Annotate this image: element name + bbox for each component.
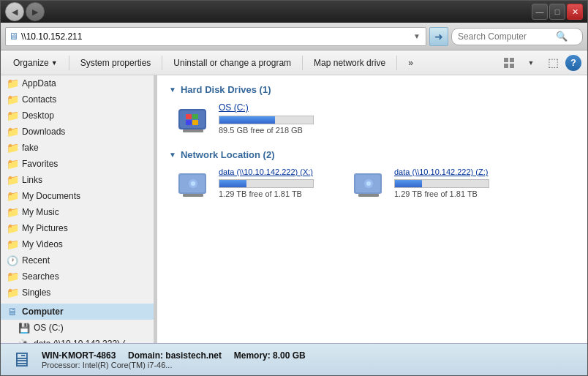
drive-name-data-z[interactable]: data (\\10.10.142.222) (Z:)	[394, 168, 511, 176]
svg-point-14	[191, 181, 195, 186]
computer-icon: 🖥	[7, 306, 18, 317]
toolbar-separator-3	[302, 56, 303, 70]
drive-icon-wrap	[175, 104, 211, 133]
sidebar-item-label: data (\\10.10.142.222) (X:)	[34, 339, 136, 343]
views-button[interactable]	[500, 53, 519, 72]
address-input-wrap: 🖥 ▼	[5, 27, 426, 46]
net-drive-icon-wrap-x	[175, 168, 211, 198]
system-properties-button[interactable]: System properties	[74, 54, 158, 72]
net-drive-icon: 🔌	[18, 338, 30, 343]
hdd-icon	[176, 103, 211, 134]
folder-icon: 📁	[7, 238, 18, 250]
organize-chevron-icon: ▼	[51, 59, 58, 67]
sidebar-item-searches[interactable]: 📁 Searches	[1, 268, 154, 285]
toolbar-separator-1	[69, 56, 69, 70]
drive-item-os-c[interactable]: OS (C:) 89.5 GB free of 218 GB	[175, 102, 336, 135]
sidebar-item-computer[interactable]: 🖥 Computer	[1, 304, 154, 320]
preview-pane-button[interactable]: ⬚	[543, 53, 562, 72]
help-button[interactable]: ?	[565, 55, 581, 71]
map-network-button[interactable]: Map network drive	[307, 54, 392, 72]
sidebar-item-os-c[interactable]: 💾 OS (C:)	[1, 320, 154, 336]
sidebar-item-recent[interactable]: 🕐 Recent	[1, 252, 154, 268]
sidebar-item-my-videos[interactable]: 📁 My Videos	[1, 236, 154, 252]
title-bar-controls: — □ ✕	[532, 4, 583, 20]
close-button[interactable]: ✕	[567, 4, 583, 20]
sidebar-item-label: My Pictures	[22, 223, 68, 233]
svg-point-19	[366, 181, 371, 186]
sidebar-item-label: Computer	[22, 307, 64, 317]
back-button[interactable]: ◀	[5, 2, 24, 21]
svg-rect-20	[358, 194, 379, 197]
svg-rect-6	[186, 114, 192, 119]
drive-bar-bg-os-c	[219, 116, 314, 124]
svg-rect-3	[510, 64, 514, 68]
address-dropdown-arrow[interactable]: ▼	[411, 31, 423, 42]
toolbar-separator-2	[162, 56, 162, 70]
status-computer-icon: 🖥	[8, 347, 34, 373]
more-label: »	[408, 58, 413, 68]
status-computer-name: WIN-KMORT-4863 Domain: basistech.net Mem…	[42, 350, 580, 361]
drive-name-os-c[interactable]: OS (C:)	[219, 102, 336, 113]
uninstall-button[interactable]: Uninstall or change a program	[167, 54, 298, 72]
sidebar-item-label: Contacts	[22, 94, 56, 105]
svg-rect-0	[504, 58, 508, 62]
search-icon[interactable]: 🔍	[556, 31, 568, 42]
system-properties-label: System properties	[80, 58, 151, 68]
toolbar-right: ▼ ⬚ ?	[500, 53, 581, 72]
sidebar-item-downloads[interactable]: 📁 Downloads	[1, 124, 154, 140]
hard-disk-drives-row: OS (C:) 89.5 GB free of 218 GB	[175, 102, 576, 135]
folder-icon: 📁	[7, 110, 18, 121]
sidebar-item-contacts[interactable]: 📁 Contacts	[1, 91, 154, 108]
drive-item-data-z[interactable]: data (\\10.10.142.222) (Z:) 1.29 TB free…	[350, 168, 511, 198]
views-dropdown-button[interactable]: ▼	[521, 53, 540, 72]
svg-rect-1	[510, 58, 514, 62]
folder-icon: 📁	[7, 190, 18, 202]
more-button[interactable]: »	[402, 54, 420, 72]
organize-button[interactable]: Organize ▼	[7, 54, 64, 72]
sidebar-item-label: Favorites	[22, 159, 58, 169]
sidebar-item-fake[interactable]: 📁 fake	[1, 140, 154, 156]
main-area: 📁 AppData 📁 Contacts 📁 Desktop 📁 Downloa…	[1, 75, 587, 343]
sidebar-item-label: My Music	[22, 207, 59, 217]
folder-icon: 📁	[7, 271, 18, 282]
sidebar-item-my-music[interactable]: 📁 My Music	[1, 204, 154, 220]
sidebar-item-data-x[interactable]: 🔌 data (\\10.10.142.222) (X:)	[1, 336, 154, 343]
sidebar-item-links[interactable]: 📁 Links	[1, 172, 154, 188]
svg-rect-7	[192, 114, 198, 119]
drive-bar-fill-data-z	[395, 180, 422, 187]
toolbar: Organize ▼ System properties Uninstall o…	[1, 50, 587, 75]
minimize-button[interactable]: —	[532, 4, 548, 20]
maximize-button[interactable]: □	[549, 4, 565, 20]
drive-icon: 💾	[18, 322, 30, 334]
sidebar-item-appdata[interactable]: 📁 AppData	[1, 75, 154, 91]
svg-rect-9	[192, 120, 198, 125]
uninstall-label: Uninstall or change a program	[173, 58, 291, 68]
address-bar-icon: 🖥	[9, 31, 18, 42]
section-collapse-arrow[interactable]: ▼	[169, 86, 176, 94]
network-section-collapse-arrow[interactable]: ▼	[169, 151, 176, 159]
main-window: ◀ ▶ — □ ✕ 🖥 ▼ ➜ 🔍 Organize ▼	[0, 0, 588, 376]
sidebar-item-my-pictures[interactable]: 📁 My Pictures	[1, 220, 154, 236]
forward-button[interactable]: ▶	[26, 2, 45, 21]
svg-rect-8	[186, 120, 192, 125]
sidebar-item-label: Singles	[22, 287, 50, 298]
sidebar-item-label: AppData	[22, 78, 56, 89]
sidebar-item-desktop[interactable]: 📁 Desktop	[1, 108, 154, 124]
map-network-label: Map network drive	[314, 58, 385, 68]
folder-icon: 📁	[7, 142, 18, 154]
drive-name-data-x[interactable]: data (\\10.10.142.222) (X:)	[219, 168, 336, 176]
drive-bar-fill-data-x	[219, 180, 246, 187]
address-input[interactable]	[21, 31, 408, 42]
toolbar-separator-4	[396, 56, 397, 70]
sidebar-item-my-documents[interactable]: 📁 My Documents	[1, 188, 154, 204]
net-drive-icon-x	[176, 168, 211, 198]
go-button[interactable]: ➜	[429, 27, 448, 46]
sidebar-item-favorites[interactable]: 📁 Favorites	[1, 156, 154, 172]
drive-info-data-x: data (\\10.10.142.222) (X:) 1.29 TB free…	[219, 168, 336, 198]
search-input[interactable]	[458, 31, 553, 42]
sidebar-item-singles[interactable]: 📁 Singles	[1, 285, 154, 301]
recent-icon: 🕐	[7, 255, 18, 266]
sidebar-item-label: Searches	[22, 271, 59, 282]
drive-item-data-x[interactable]: data (\\10.10.142.222) (X:) 1.29 TB free…	[175, 168, 336, 198]
sidebar: 📁 AppData 📁 Contacts 📁 Desktop 📁 Downloa…	[1, 75, 154, 343]
